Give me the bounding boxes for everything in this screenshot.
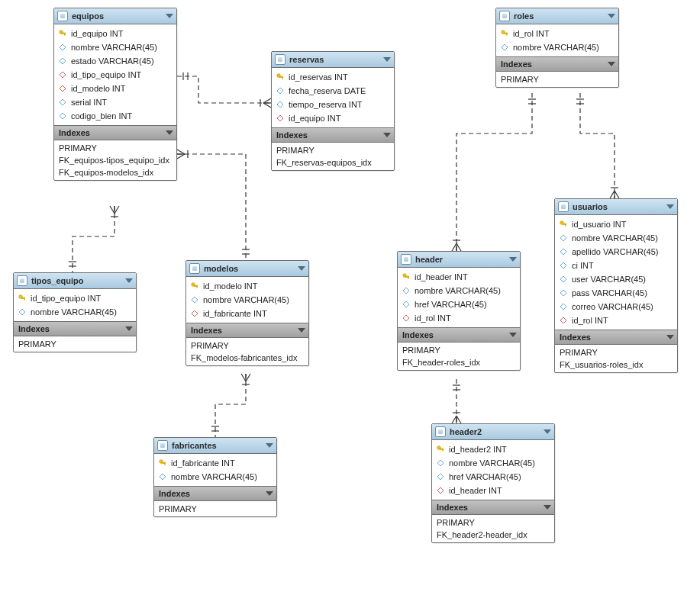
entity-roles[interactable]: rolesid_rol INTnombre VARCHAR(45)Indexes… bbox=[495, 8, 619, 88]
chevron-down-icon[interactable] bbox=[544, 429, 551, 434]
column-row[interactable]: id_tipo_equipo INT bbox=[54, 68, 176, 82]
column-row[interactable]: serial INT bbox=[54, 95, 176, 109]
index-row[interactable]: PRIMARY bbox=[154, 503, 276, 515]
chevron-down-icon[interactable] bbox=[266, 443, 273, 448]
column-row[interactable]: id_modelo INT bbox=[54, 82, 176, 95]
chevron-down-icon[interactable] bbox=[166, 130, 173, 135]
column-row[interactable]: pass VARCHAR(45) bbox=[555, 286, 677, 300]
entity-titlebar[interactable]: fabricantes bbox=[154, 438, 276, 454]
chevron-down-icon[interactable] bbox=[298, 266, 305, 271]
column-row[interactable]: id_rol INT bbox=[398, 311, 520, 325]
column-row[interactable]: nombre VARCHAR(45) bbox=[496, 40, 618, 54]
chevron-down-icon[interactable] bbox=[166, 14, 173, 18]
column-text: nombre VARCHAR(45) bbox=[572, 233, 658, 243]
chevron-down-icon[interactable] bbox=[383, 57, 391, 62]
chevron-down-icon[interactable] bbox=[608, 62, 615, 66]
index-row[interactable]: FK_equipos-modelos_idx bbox=[54, 166, 176, 178]
index-row[interactable]: PRIMARY bbox=[398, 344, 520, 356]
indexes-header[interactable]: Indexes bbox=[154, 486, 276, 501]
entity-titlebar[interactable]: reservas bbox=[272, 52, 394, 68]
index-row[interactable]: PRIMARY bbox=[186, 339, 308, 352]
column-row[interactable]: id_header INT bbox=[398, 270, 520, 284]
column-row[interactable]: id_header2 INT bbox=[432, 442, 554, 456]
column-row[interactable]: nombre VARCHAR(45) bbox=[398, 284, 520, 298]
index-row[interactable]: FK_equipos-tipos_equipo_idx bbox=[54, 154, 176, 166]
column-row[interactable]: id_fabricante INT bbox=[186, 307, 308, 320]
column-row[interactable]: user VARCHAR(45) bbox=[555, 272, 677, 286]
column-row[interactable]: id_usuario INT bbox=[555, 217, 677, 231]
indexes-header[interactable]: Indexes bbox=[54, 125, 176, 140]
column-row[interactable]: nombre VARCHAR(45) bbox=[154, 470, 276, 484]
entity-equipos[interactable]: equiposid_equipo INTnombre VARCHAR(45)es… bbox=[53, 8, 177, 181]
indexes-label: Indexes bbox=[191, 326, 222, 335]
entity-titlebar[interactable]: header bbox=[398, 252, 520, 268]
chevron-down-icon[interactable] bbox=[608, 14, 615, 18]
column-row[interactable]: id_fabricante INT bbox=[154, 456, 276, 470]
column-row[interactable]: tiempo_reserva INT bbox=[272, 98, 394, 111]
chevron-down-icon[interactable] bbox=[125, 326, 133, 331]
column-row[interactable]: ci INT bbox=[555, 259, 677, 272]
column-row[interactable]: id_rol INT bbox=[555, 314, 677, 327]
indexes-header[interactable]: Indexes bbox=[14, 321, 136, 336]
indexes-header[interactable]: Indexes bbox=[496, 56, 618, 72]
indexes-header[interactable]: Indexes bbox=[186, 323, 308, 338]
column-row[interactable]: href VARCHAR(45) bbox=[398, 298, 520, 311]
chevron-down-icon[interactable] bbox=[266, 491, 273, 496]
chevron-down-icon[interactable] bbox=[509, 257, 517, 262]
chevron-down-icon[interactable] bbox=[666, 204, 674, 209]
column-row[interactable]: apellido VARCHAR(45) bbox=[555, 245, 677, 259]
column-row[interactable]: nombre VARCHAR(45) bbox=[555, 231, 677, 245]
chevron-down-icon[interactable] bbox=[125, 278, 133, 283]
index-row[interactable]: PRIMARY bbox=[555, 346, 677, 359]
entity-titlebar[interactable]: usuarios bbox=[555, 199, 677, 215]
column-row[interactable]: fecha_reserva DATE bbox=[272, 84, 394, 98]
index-row[interactable]: FK_reservas-equipos_idx bbox=[272, 156, 394, 169]
index-row[interactable]: PRIMARY bbox=[496, 73, 618, 85]
chevron-down-icon[interactable] bbox=[383, 133, 391, 137]
column-text: apellido VARCHAR(45) bbox=[572, 247, 659, 256]
column-row[interactable]: nombre VARCHAR(45) bbox=[54, 40, 176, 54]
indexes-header[interactable]: Indexes bbox=[432, 500, 554, 515]
entity-titlebar[interactable]: modelos bbox=[186, 261, 308, 277]
index-row[interactable]: PRIMARY bbox=[272, 144, 394, 156]
chevron-down-icon[interactable] bbox=[509, 333, 517, 337]
indexes-header[interactable]: Indexes bbox=[398, 327, 520, 343]
entity-header[interactable]: headerid_header INTnombre VARCHAR(45)hre… bbox=[397, 251, 521, 371]
chevron-down-icon[interactable] bbox=[666, 335, 674, 339]
index-row[interactable]: PRIMARY bbox=[14, 338, 136, 350]
entity-usuarios[interactable]: usuariosid_usuario INTnombre VARCHAR(45)… bbox=[554, 198, 678, 373]
index-row[interactable]: FK_header2-header_idx bbox=[432, 529, 554, 541]
column-row[interactable]: id_header INT bbox=[432, 484, 554, 497]
indexes-header[interactable]: Indexes bbox=[555, 330, 677, 345]
column-row[interactable]: estado VARCHAR(45) bbox=[54, 54, 176, 68]
column-row[interactable]: href VARCHAR(45) bbox=[432, 470, 554, 484]
entity-header2[interactable]: header2id_header2 INTnombre VARCHAR(45)h… bbox=[431, 423, 555, 543]
entity-titlebar[interactable]: tipos_equipo bbox=[14, 273, 136, 289]
column-row[interactable]: id_modelo INT bbox=[186, 279, 308, 293]
column-row[interactable]: nombre VARCHAR(45) bbox=[186, 293, 308, 307]
column-row[interactable]: id_rol INT bbox=[496, 27, 618, 40]
entity-titlebar[interactable]: header2 bbox=[432, 424, 554, 440]
index-row[interactable]: FK_header-roles_idx bbox=[398, 356, 520, 368]
column-row[interactable]: id_reservas INT bbox=[272, 70, 394, 84]
column-row[interactable]: nombre VARCHAR(45) bbox=[14, 305, 136, 319]
chevron-down-icon[interactable] bbox=[298, 328, 305, 333]
chevron-down-icon[interactable] bbox=[544, 505, 551, 510]
entity-tipos_equipo[interactable]: tipos_equipoid_tipo_equipo INTnombre VAR… bbox=[13, 272, 137, 352]
column-row[interactable]: nombre VARCHAR(45) bbox=[432, 456, 554, 470]
index-row[interactable]: PRIMARY bbox=[432, 516, 554, 529]
entity-fabricantes[interactable]: fabricantesid_fabricante INTnombre VARCH… bbox=[153, 437, 277, 517]
column-row[interactable]: id_equipo INT bbox=[272, 111, 394, 125]
column-row[interactable]: id_tipo_equipo INT bbox=[14, 291, 136, 305]
index-row[interactable]: FK_modelos-fabricantes_idx bbox=[186, 352, 308, 364]
entity-modelos[interactable]: modelosid_modelo INTnombre VARCHAR(45)id… bbox=[185, 260, 309, 366]
indexes-header[interactable]: Indexes bbox=[272, 127, 394, 143]
index-row[interactable]: FK_usuarios-roles_idx bbox=[555, 359, 677, 371]
column-row[interactable]: codigo_bien INT bbox=[54, 109, 176, 123]
index-row[interactable]: PRIMARY bbox=[54, 142, 176, 154]
entity-titlebar[interactable]: equipos bbox=[54, 8, 176, 24]
entity-titlebar[interactable]: roles bbox=[496, 8, 618, 24]
column-row[interactable]: id_equipo INT bbox=[54, 27, 176, 40]
column-row[interactable]: correo VARCHAR(45) bbox=[555, 300, 677, 314]
entity-reservas[interactable]: reservasid_reservas INTfecha_reserva DAT… bbox=[271, 51, 395, 171]
